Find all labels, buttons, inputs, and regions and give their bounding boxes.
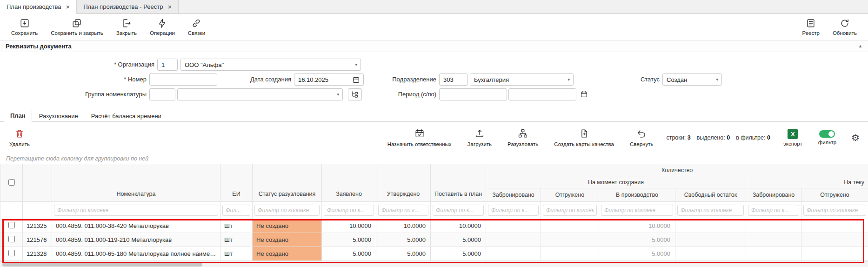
status-select[interactable]: Создан ▾ xyxy=(662,73,722,86)
export-excel-button[interactable]: X экспорт xyxy=(781,128,805,147)
create-quality-cards-button[interactable]: Создать карты качества xyxy=(551,127,617,148)
column-header-reserved-current[interactable]: Забронировано xyxy=(746,188,801,202)
filter-input-in-production[interactable] xyxy=(601,205,673,216)
cell-reserved-current[interactable] xyxy=(746,233,801,247)
cell-unit[interactable]: Шт xyxy=(220,247,253,261)
filter-input-to-plan[interactable] xyxy=(433,205,484,216)
filter-toggle-button[interactable]: фильтр xyxy=(815,129,839,146)
tab-plan-production-registry[interactable]: План производства - Реестр × xyxy=(77,0,179,14)
cell-status[interactable]: Не создано xyxy=(253,233,322,247)
save-and-close-button[interactable]: Сохранить и закрыть xyxy=(46,17,108,37)
assign-responsible-button[interactable]: Назначить ответственных xyxy=(385,127,454,148)
cell-free-balance[interactable] xyxy=(675,219,746,233)
cell-approved[interactable]: 10.0000 xyxy=(376,219,431,233)
cell-id[interactable]: 121576 xyxy=(23,233,52,247)
cell-reserved-creation[interactable] xyxy=(486,247,541,261)
cell-unit[interactable]: Шт xyxy=(220,219,253,233)
explode-button[interactable]: Разузловать xyxy=(505,127,541,148)
collapse-section-icon[interactable]: ▲ xyxy=(858,44,862,48)
row-checkbox[interactable] xyxy=(8,222,15,228)
cell-shipped-current[interactable] xyxy=(801,247,868,261)
filter-input-free-balance[interactable] xyxy=(677,205,744,216)
table-row[interactable]: 121325 000.4859. 011.000-38-420 Металлор… xyxy=(0,219,868,233)
close-tab-icon[interactable]: × xyxy=(167,3,172,10)
links-button[interactable]: Связки xyxy=(183,17,210,37)
cell-in-production[interactable]: 5.0000 xyxy=(599,233,675,247)
cell-to-plan[interactable]: 10.0000 xyxy=(431,219,486,233)
save-button[interactable]: Сохранить xyxy=(7,17,42,37)
cell-nomenclature[interactable]: 000.4859. 011.000-119-210 Металлорукав xyxy=(52,233,220,247)
filter-input-unit[interactable] xyxy=(222,205,250,216)
table-row[interactable]: 121576 000.4859. 011.000-119-210 Металло… xyxy=(0,233,868,247)
cell-status[interactable]: Не создано xyxy=(253,247,322,261)
registry-button[interactable]: Реестр xyxy=(798,17,824,37)
settings-gear-icon[interactable]: ⚙ xyxy=(849,132,861,143)
cell-reserved-creation[interactable] xyxy=(486,233,541,247)
column-header-reserved-creation[interactable]: Забронировано xyxy=(486,188,541,202)
cell-declared[interactable]: 10.0000 xyxy=(322,219,376,233)
tab-plan-production[interactable]: План производства × xyxy=(0,0,77,14)
column-header-to-plan[interactable]: Поставить в план xyxy=(431,164,486,202)
select-all-checkbox[interactable] xyxy=(8,179,15,186)
cell-shipped-creation[interactable] xyxy=(541,233,599,247)
cell-to-plan[interactable]: 5.0000 xyxy=(431,233,486,247)
row-checkbox[interactable] xyxy=(8,236,15,242)
period-to-input[interactable] xyxy=(508,88,576,100)
nomenclature-group-select[interactable]: ▾ xyxy=(177,88,343,100)
cell-in-production[interactable]: 10.0000 xyxy=(599,219,675,233)
cell-shipped-current[interactable] xyxy=(801,233,868,247)
collapse-button[interactable]: Свернуть xyxy=(627,127,656,148)
cell-reserved-current[interactable] xyxy=(746,247,801,261)
organization-select[interactable]: ООО "Альфа" ▾ xyxy=(180,59,361,71)
cell-nomenclature[interactable]: 000.4859. 011.000-65-180 Металлорукав по… xyxy=(52,247,220,261)
filter-toggle[interactable] xyxy=(819,130,835,138)
close-tab-icon[interactable]: × xyxy=(66,3,70,10)
refresh-button[interactable]: Обновить xyxy=(828,17,861,37)
cell-reserved-creation[interactable] xyxy=(486,219,541,233)
filter-input-declared[interactable] xyxy=(324,205,374,216)
column-header-shipped-creation[interactable]: Отгружено xyxy=(541,188,599,202)
department-select[interactable]: Бухгалтерия ▾ xyxy=(470,73,574,86)
cell-id[interactable]: 121328 xyxy=(23,247,52,261)
period-calendar-icon[interactable] xyxy=(581,91,588,98)
horizontal-scrollbar[interactable] xyxy=(0,261,868,267)
column-header-shipped-current[interactable]: Отгружено xyxy=(801,188,868,202)
cell-approved[interactable]: 5.0000 xyxy=(376,247,431,261)
column-header-in-production[interactable]: В производство xyxy=(599,188,675,202)
filter-input-status[interactable] xyxy=(254,205,320,216)
cell-free-balance[interactable] xyxy=(675,233,746,247)
table-row[interactable]: 121328 000.4859. 011.000-65-180 Металлор… xyxy=(0,247,868,261)
cell-declared[interactable]: 5.0000 xyxy=(322,233,376,247)
organization-code-input[interactable] xyxy=(157,59,178,71)
cell-shipped-current[interactable] xyxy=(801,219,868,233)
column-header-approved[interactable]: Утверждено xyxy=(376,164,431,202)
column-header-status[interactable]: Статус разузлования xyxy=(253,164,322,202)
column-header-declared[interactable]: Заявлено xyxy=(322,164,376,202)
filter-input-nomenclature[interactable] xyxy=(54,205,218,216)
tab-explosion[interactable]: Разузлование xyxy=(33,111,84,122)
load-button[interactable]: Загрузить xyxy=(465,127,495,148)
cell-reserved-current[interactable] xyxy=(746,219,801,233)
column-header-nomenclature[interactable]: Номенклатура xyxy=(52,164,220,202)
cell-unit[interactable]: Шт xyxy=(220,233,253,247)
row-checkbox[interactable] xyxy=(8,250,15,256)
cell-id[interactable]: 121325 xyxy=(23,219,52,233)
cell-in-production[interactable]: 5.0000 xyxy=(599,247,675,261)
cell-nomenclature[interactable]: 000.4859. 011.000-38-420 Металлорукав xyxy=(52,219,220,233)
filter-input-shipped-current[interactable] xyxy=(803,205,866,216)
filter-input-approved[interactable] xyxy=(378,205,428,216)
cell-status[interactable]: Не создано xyxy=(253,219,322,233)
delete-button[interactable]: Удалить xyxy=(7,127,33,148)
period-from-input[interactable] xyxy=(439,88,507,100)
scrollbar-thumb[interactable] xyxy=(2,263,202,267)
department-code-input[interactable] xyxy=(439,73,468,86)
cell-approved[interactable]: 5.0000 xyxy=(376,233,431,247)
filter-input-reserved-current[interactable] xyxy=(748,205,799,216)
column-header-free-balance[interactable]: Свободный остаток xyxy=(675,188,746,202)
cell-free-balance[interactable] xyxy=(675,247,746,261)
filter-input-reserved-creation[interactable] xyxy=(488,205,539,216)
cell-to-plan[interactable]: 5.0000 xyxy=(431,247,486,261)
operations-button[interactable]: Операции xyxy=(145,17,180,37)
column-header-unit[interactable]: ЕИ xyxy=(220,164,253,202)
nomenclature-group-code-input[interactable] xyxy=(149,88,175,100)
